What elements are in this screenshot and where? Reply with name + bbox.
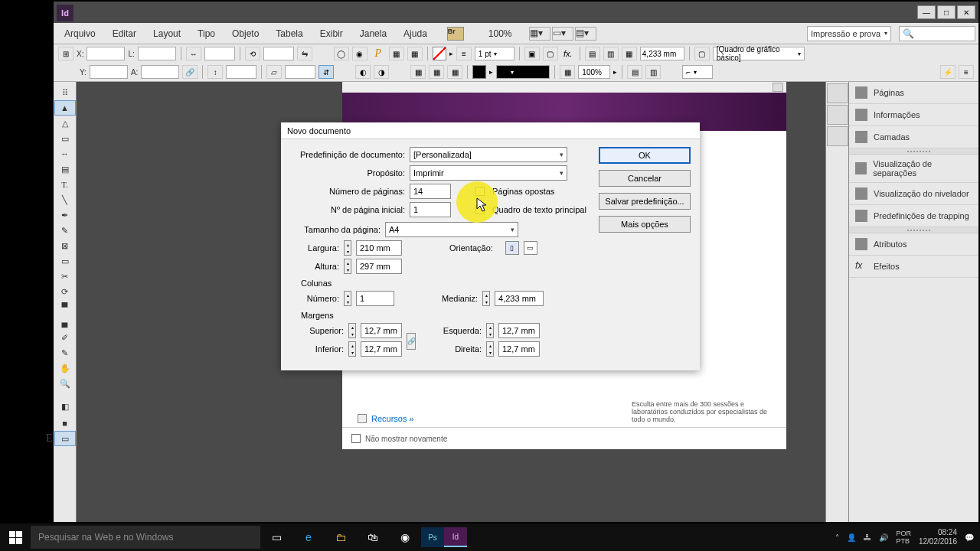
orientation-landscape-button[interactable]: ▭ [524, 241, 537, 255]
wrap4-icon[interactable]: ▦ [429, 65, 444, 79]
explorer-icon[interactable]: 🗀 [325, 523, 357, 551]
sel-next-icon[interactable]: ◑ [374, 65, 389, 79]
select-container-icon[interactable]: ◯ [334, 47, 349, 60]
panel-menu-icon[interactable]: ≡ [959, 65, 974, 79]
eyedropper-tool-icon[interactable]: ✎ [54, 345, 76, 360]
reference-point-icon[interactable]: ⊞ [58, 47, 74, 60]
save-preset-button[interactable]: Salvar predefinição... [599, 193, 691, 210]
scissors-tool-icon[interactable]: ✂ [54, 269, 76, 284]
preset-dropdown[interactable]: [Personalizada]▾ [410, 147, 567, 162]
panel-paginas[interactable]: Páginas [849, 82, 978, 104]
panel-trap[interactable]: Predefinições de trapping [849, 205, 978, 227]
zoom-dropdown[interactable]: 100% [481, 25, 520, 42]
store-icon[interactable]: 🛍 [357, 523, 389, 551]
free-transform-tool-icon[interactable]: ⟳ [54, 284, 76, 299]
pencil-tool-icon[interactable]: ✎ [54, 223, 76, 238]
stroke-swatch-icon[interactable] [472, 65, 486, 79]
gradient-swatch-tool-icon[interactable]: ▀ [54, 299, 76, 315]
fx-icon[interactable]: ▣ [524, 47, 540, 60]
menu-tipo[interactable]: Tipo [190, 25, 223, 42]
panel-flattener[interactable]: Visualização do nivelador [849, 183, 978, 205]
sel-prev-icon[interactable]: ◐ [355, 65, 371, 79]
bridge-icon[interactable]: Br [447, 27, 464, 41]
taskbar-clock[interactable]: 08:24 12/02/2016 [919, 528, 957, 546]
object-style-icon[interactable]: ▢ [694, 47, 710, 60]
stroke-weight-dropdown[interactable]: 1 pt▾ [475, 47, 514, 60]
selection-tool-icon[interactable]: ▲ [54, 100, 76, 116]
panel-informacoes[interactable]: Informações [849, 104, 978, 126]
start-page-field[interactable] [410, 202, 451, 217]
menu-objeto[interactable]: Objeto [224, 25, 266, 42]
corner-icon[interactable]: ▢ [543, 47, 558, 60]
shear-icon[interactable]: ▱ [266, 65, 282, 79]
pages-field[interactable] [410, 184, 451, 199]
m-left-stepper[interactable]: ▴▾ [486, 323, 494, 338]
constrain-icon[interactable]: 🔗 [182, 65, 198, 79]
taskbar-search[interactable]: Pesquisar na Web e no Windows [31, 526, 260, 549]
m-top-field[interactable] [361, 323, 402, 338]
gutter-stepper[interactable]: ▴▾ [482, 291, 490, 306]
menu-exibir[interactable]: Exibir [312, 25, 351, 42]
pagesize-dropdown[interactable]: A4▾ [385, 222, 518, 237]
panel-efeitos[interactable]: fxEfeitos [849, 256, 978, 278]
align-right-icon[interactable]: ▦ [622, 47, 637, 60]
direct-selection-tool-icon[interactable]: △ [54, 116, 76, 131]
arrange-icon[interactable]: ▤▾ [575, 27, 596, 41]
type-tool-icon[interactable]: T. [54, 177, 76, 192]
content-collector-icon[interactable]: ▤ [54, 161, 76, 177]
screen-mode-icon[interactable]: ▭▾ [552, 27, 573, 41]
fill-swatch-icon[interactable] [433, 47, 446, 60]
intent-dropdown[interactable]: Imprimir▾ [410, 165, 567, 181]
m-right-field[interactable] [498, 341, 540, 357]
distribute-v-icon[interactable]: ▥ [645, 65, 661, 79]
object-style-dropdown[interactable]: [Quadro de gráfico básico]▾ [713, 47, 805, 60]
select-content-icon[interactable]: ◉ [352, 47, 368, 60]
rotate-icon[interactable]: ⟲ [245, 47, 260, 60]
paragraph-style-icon[interactable]: P [371, 47, 386, 60]
menu-editar[interactable]: Editar [105, 25, 144, 42]
maximize-button[interactable]: □ [937, 5, 956, 19]
panel-sep-preview[interactable]: Visualização de separações [849, 155, 978, 183]
distribute-h-icon[interactable]: ▤ [627, 65, 642, 79]
flip-h-icon[interactable]: ⇋ [297, 47, 312, 60]
pen-tool-icon[interactable]: ✒ [54, 207, 76, 223]
link-margins-icon[interactable]: 🔗 [407, 333, 416, 350]
indesign-taskbar-icon[interactable]: Id [444, 527, 467, 547]
chrome-icon[interactable]: ◉ [389, 523, 421, 551]
m-left-field[interactable] [498, 323, 540, 338]
height-field[interactable] [356, 259, 402, 274]
screen-mode-tool-icon[interactable]: ▭ [54, 431, 76, 446]
tray-up-icon[interactable]: ˄ [835, 533, 839, 542]
wrap3-icon[interactable]: ▦ [410, 65, 426, 79]
flip-v-icon[interactable]: ⇵ [318, 65, 334, 79]
cancel-button[interactable]: Cancelar [599, 170, 691, 187]
rotate-field[interactable] [263, 47, 294, 60]
view-options-icon[interactable]: ▦▾ [529, 27, 550, 41]
edge-icon[interactable]: e [292, 523, 325, 551]
m-top-stepper[interactable]: ▴▾ [348, 323, 356, 338]
dock-btn-2[interactable] [827, 105, 848, 125]
opacity-icon[interactable]: ▦ [560, 65, 575, 79]
menu-arquivo[interactable]: Arquivo [57, 25, 103, 42]
extra-measure-field[interactable] [640, 47, 684, 60]
close-button[interactable]: ✕ [957, 5, 975, 19]
dock-btn-3[interactable] [827, 126, 848, 146]
align-center-icon[interactable]: ▥ [603, 47, 619, 60]
menu-janela[interactable]: Janela [352, 25, 394, 42]
shear-field[interactable] [285, 65, 315, 79]
menu-tabela[interactable]: Tabela [268, 25, 310, 42]
dont-show-checkbox[interactable] [351, 434, 361, 443]
tab-grip-icon[interactable]: ⠿ [54, 85, 76, 100]
photoshop-icon[interactable]: Ps [421, 527, 444, 547]
w-field[interactable] [138, 47, 176, 60]
fill-stroke-icon[interactable]: ◧ [54, 397, 76, 416]
y-field[interactable] [90, 65, 128, 79]
scale-x-icon[interactable]: ↔ [186, 47, 201, 60]
start-button[interactable] [0, 523, 31, 551]
stroke-type-dropdown[interactable]: —▾ [496, 65, 550, 79]
dock-btn-1[interactable] [827, 83, 848, 103]
menu-ajuda[interactable]: Ajuda [396, 25, 435, 42]
scale-y-icon[interactable]: ↕ [207, 65, 223, 79]
zoom-tool-icon[interactable]: 🔍 [54, 376, 76, 391]
opacity-dropdown[interactable]: 100% [578, 65, 610, 79]
